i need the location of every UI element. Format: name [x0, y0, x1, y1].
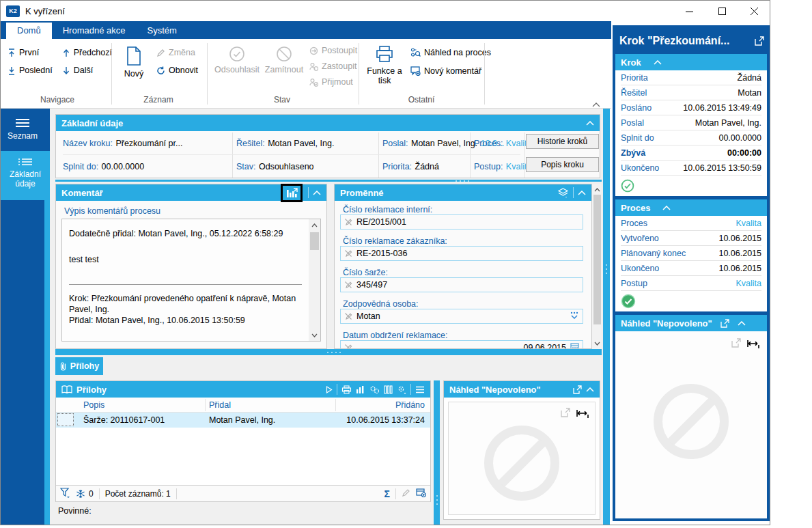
substitute-button[interactable]: Zastoupit	[309, 59, 357, 73]
zodpovedna-osoba-input[interactable]: Motan	[340, 309, 583, 324]
run-script-icon[interactable]	[326, 386, 333, 393]
settings-gear-icon[interactable]	[397, 385, 406, 394]
refresh-button[interactable]: Obnovit	[156, 64, 198, 77]
print-icon[interactable]	[341, 385, 352, 394]
table-row[interactable]: Šarže: 20110617-001 Motan Pavel, Ing. 10…	[56, 413, 430, 428]
zakladni-udaje-header: Základní údaje	[56, 115, 600, 131]
minimize-icon	[686, 8, 693, 15]
new-button[interactable]: Nový	[118, 42, 150, 79]
postup-link[interactable]: Kvalita	[736, 279, 761, 288]
reject-button[interactable]: Zamítnout	[262, 42, 307, 74]
tab-domu[interactable]: Domů	[6, 23, 52, 39]
filter-button[interactable]	[60, 488, 70, 500]
collapse-panel-icon[interactable]	[586, 121, 594, 126]
cislo-sarze-input[interactable]: 345/497	[340, 277, 583, 292]
functions-print-button[interactable]: Funkce a tisk	[364, 42, 405, 85]
close-icon	[751, 8, 758, 15]
comment-statistics-highlighted-button[interactable]	[281, 184, 303, 202]
minimize-button[interactable]	[673, 1, 705, 21]
calendar-icon[interactable]	[570, 342, 579, 349]
open-external-icon[interactable]	[573, 385, 582, 394]
new-comment-button[interactable]: Nový komentář	[410, 64, 491, 78]
field-label: Název kroku:	[63, 139, 113, 148]
scrollbar-thumb[interactable]	[310, 232, 319, 250]
popis-kroku-button[interactable]: Popis kroku	[526, 157, 599, 172]
vertical-splitter[interactable]	[434, 380, 440, 525]
first-button[interactable]: První	[8, 46, 53, 59]
edit-button-disabled[interactable]	[402, 488, 410, 499]
tab-prilohy[interactable]: Přílohy	[55, 357, 103, 375]
datum-obdrzeni-input[interactable]: 09.06.2015	[340, 340, 583, 349]
collapse-section-icon[interactable]	[654, 60, 662, 65]
cell-pridal: Motan Pavel, Ing.	[209, 415, 275, 425]
open-external-icon[interactable]	[755, 36, 764, 46]
sidebar-item-seznam[interactable]: Seznam	[1, 111, 44, 150]
zakladni-udaje-panel: Základní údaje Název kroku: Přezkoumání …	[55, 114, 600, 178]
chevron-up-icon	[592, 102, 600, 107]
list-menu-icon	[15, 118, 30, 128]
tab-hromadne-akce[interactable]: Hromadné akce	[52, 23, 137, 39]
column-header-pridal[interactable]: Přidal	[209, 400, 231, 410]
automation-gears-icon[interactable]	[369, 385, 380, 394]
previous-button[interactable]: Předchozí	[62, 46, 112, 59]
lookup-dropdown-icon[interactable]	[570, 311, 579, 321]
collapse-panel-icon[interactable]	[586, 387, 594, 392]
add-record-button[interactable]	[416, 488, 426, 499]
scroll-down-icon[interactable]	[594, 342, 600, 346]
scroll-up-icon[interactable]	[594, 188, 600, 192]
scrollbar-thumb[interactable]	[593, 195, 601, 324]
layers-icon[interactable]	[557, 188, 569, 198]
field-label: Řešitel:	[236, 139, 265, 148]
sidebar-item-zakladni-udaje[interactable]: Základní údaje	[1, 151, 50, 200]
group-separator	[484, 43, 485, 105]
input-value: 09.06.2015	[523, 343, 566, 349]
open-external-icon-disabled[interactable]	[731, 338, 741, 350]
freeze-button[interactable]: 0	[76, 489, 94, 499]
change-button[interactable]: Změna	[156, 46, 198, 59]
collapse-section-icon[interactable]	[738, 321, 746, 326]
forward-button[interactable]: Postoupit	[309, 44, 357, 57]
open-external-icon[interactable]	[720, 319, 729, 328]
right-panel-splitter[interactable]	[603, 109, 610, 525]
scroll-down-icon[interactable]	[311, 333, 318, 337]
zakladni-udaje-title: Základní údaje	[61, 118, 123, 128]
next-button[interactable]: Další	[62, 64, 112, 77]
fit-width-icon[interactable]	[576, 408, 589, 421]
last-button[interactable]: Poslední	[8, 64, 53, 77]
column-header-popis[interactable]: Popis	[83, 400, 104, 410]
process-preview-button[interactable]: Náhled na proces	[410, 46, 491, 59]
accept-icon	[309, 78, 318, 87]
comment-scrollbar[interactable]	[309, 219, 320, 341]
comment-list-label: Výpis komentářů procesu	[64, 206, 160, 216]
reklamace-zakaznika-input[interactable]: RE-2015-036	[340, 246, 583, 261]
collapse-panel-icon[interactable]	[578, 191, 586, 195]
scroll-up-icon[interactable]	[311, 223, 318, 227]
column-header-pridano[interactable]: Přidáno	[395, 400, 425, 410]
new-document-icon	[125, 46, 143, 66]
columns-icon[interactable]	[384, 385, 393, 394]
horizontal-splitter[interactable]	[55, 180, 602, 182]
historie-kroku-button[interactable]: Historie kroků	[526, 134, 599, 149]
chart-icon[interactable]	[356, 385, 365, 394]
open-external-icon-disabled[interactable]	[561, 408, 570, 420]
tab-system[interactable]: Systém	[136, 23, 187, 39]
right-nahled-section: Náhled "Nepovoleno"	[615, 315, 767, 518]
field-value: Motan Pavel, Ing.	[268, 139, 334, 148]
maximize-button[interactable]	[706, 1, 738, 21]
approve-button[interactable]: Odsouhlasit	[212, 42, 262, 74]
info-row: Splnit do00.00.0000	[621, 130, 761, 145]
required-label: Povinné:	[58, 506, 92, 516]
close-button[interactable]	[738, 1, 770, 21]
promenne-scrollbar[interactable]	[592, 184, 602, 349]
accept-button[interactable]: Přijmout	[309, 75, 357, 89]
sum-button[interactable]: Σ	[384, 488, 390, 499]
comment-textbox[interactable]: Dodatečně přidal: Motan Pavel, Ing., 05.…	[61, 219, 321, 342]
proces-link[interactable]: Kvalita	[736, 219, 761, 228]
row-selector-cell[interactable]	[57, 413, 74, 426]
collapse-section-icon[interactable]	[662, 206, 671, 210]
fit-width-icon[interactable]	[746, 339, 760, 352]
reklamace-interni-input[interactable]: RE/2015/001	[340, 214, 583, 230]
horizontal-splitter[interactable]	[55, 349, 602, 355]
collapse-panel-icon[interactable]	[313, 191, 321, 195]
menu-icon[interactable]	[415, 386, 425, 393]
